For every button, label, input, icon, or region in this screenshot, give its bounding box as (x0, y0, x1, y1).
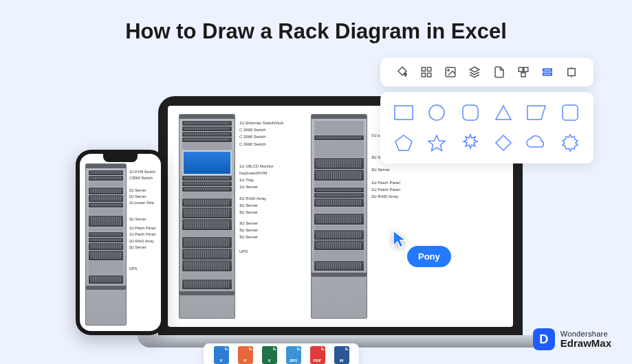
image-icon[interactable] (444, 66, 457, 78)
rack-label: 1U power Strip (129, 200, 155, 206)
shape-star[interactable] (424, 130, 449, 155)
rack-label: 1U Ethernet Switch/Hub (239, 120, 283, 126)
svg-rect-6 (519, 67, 523, 71)
layers-icon[interactable] (468, 66, 481, 78)
rack-label: 3U Server (239, 227, 283, 234)
rack-label: 3U Server (129, 244, 155, 251)
grid-icon[interactable] (420, 66, 433, 78)
rack-label: C 2960 Switch (239, 126, 283, 133)
rack-label: 1U KVM Switch (129, 169, 155, 175)
rack-label: 2U Server (129, 187, 155, 194)
format-visio[interactable]: V (214, 346, 229, 364)
rack-1 (179, 114, 235, 319)
export-formats: V P X JPG PDF W (204, 343, 359, 364)
format-pdf[interactable]: PDF (310, 346, 325, 364)
svg-rect-10 (543, 73, 552, 76)
rack-label: Keyboard/KVM (239, 170, 283, 177)
svg-rect-7 (524, 67, 528, 71)
shapes-icon[interactable] (541, 66, 554, 78)
rack-label: C 2960 Switch (239, 133, 283, 140)
brand-logo-icon: D (533, 328, 555, 350)
svg-rect-1 (427, 67, 431, 71)
rack-label: 1U Server (239, 183, 283, 190)
shape-callout[interactable] (524, 100, 549, 125)
rack-label: UPS (129, 266, 155, 272)
shape-cloud[interactable] (524, 130, 549, 155)
svg-point-5 (448, 69, 449, 71)
rack-label: 2U Server (129, 194, 155, 200)
rack-label: UPS (239, 248, 283, 255)
shape-triangle[interactable] (491, 100, 516, 125)
brand-top-text: Wondershare (560, 330, 611, 338)
rack-label: 3U Server (239, 234, 283, 240)
rack-label: 3U Server (371, 166, 400, 173)
rack-label: 1U Tray (239, 177, 283, 183)
format-excel[interactable]: X (262, 346, 277, 364)
cursor-icon (392, 229, 408, 251)
fill-icon[interactable] (396, 66, 408, 78)
svg-point-13 (429, 105, 444, 120)
brand-bottom-text: EdrawMax (560, 338, 611, 350)
page-icon[interactable] (493, 66, 505, 78)
rack-label: 3U Server (239, 209, 283, 216)
brand: D Wondershare EdrawMax (533, 328, 611, 350)
toolbar (380, 58, 593, 87)
phone-frame: 1U KVM Switch C3560 Switch 2U Server 2U … (76, 150, 165, 335)
format-word[interactable]: W (334, 346, 349, 364)
frame-icon[interactable] (565, 66, 578, 78)
phone-screen: 1U KVM Switch C3560 Switch 2U Server 2U … (80, 154, 161, 331)
shapes-panel (380, 92, 593, 163)
shape-pentagon[interactable] (391, 130, 416, 155)
shape-gear[interactable] (558, 130, 582, 155)
rack-column-left: 1U Ethernet Switch/Hub C 2960 Switch C 2… (179, 114, 283, 319)
svg-rect-3 (427, 73, 431, 77)
rack-label: C3560 Switch (129, 175, 155, 181)
format-powerpoint[interactable]: P (238, 346, 253, 364)
rack-label: 1U Patch Panel (129, 225, 155, 231)
rack-label: 2U RAID Array (129, 238, 155, 244)
rack-label: 1U Patch Panel (129, 231, 155, 238)
rack-label: C 2960 Switch (239, 141, 283, 148)
rack-label: 2U RAID Array (371, 193, 400, 200)
shape-square[interactable] (558, 100, 582, 125)
rack-label: 3U Server (239, 202, 283, 209)
shape-rect[interactable] (391, 100, 416, 125)
shape-circle[interactable] (424, 100, 449, 125)
rack-1-labels: 1U Ethernet Switch/Hub C 2960 Switch C 2… (239, 114, 283, 319)
align-icon[interactable] (517, 66, 530, 78)
svg-rect-11 (568, 69, 576, 76)
cursor-label-pill: Pony (407, 246, 451, 267)
svg-rect-2 (422, 73, 425, 77)
svg-rect-12 (395, 106, 413, 120)
rack-label: 2U RAID Array (239, 195, 283, 202)
rack-label: 3U Server (239, 220, 283, 227)
svg-rect-0 (422, 67, 425, 71)
format-jpg[interactable]: JPG (286, 346, 301, 364)
rack-label: 1U 18LCD Monitor (239, 163, 283, 170)
shape-burst[interactable] (458, 130, 483, 155)
shape-roundrect[interactable] (458, 100, 483, 125)
page-title: How to Draw a Rack Diagram in Excel (0, 0, 632, 44)
shape-diamond[interactable] (491, 130, 516, 155)
svg-rect-15 (563, 105, 578, 120)
svg-rect-14 (463, 105, 478, 120)
svg-rect-8 (521, 73, 525, 77)
rack-label: 3U Server (129, 216, 155, 223)
rack-label: 1U Patch Panel (371, 179, 400, 186)
phone-rack (85, 163, 127, 326)
svg-rect-9 (543, 69, 552, 71)
rack-label: 1U Patch Panel (371, 186, 400, 193)
rack-2 (311, 114, 367, 319)
phone-labels: 1U KVM Switch C3560 Switch 2U Server 2U … (129, 163, 155, 326)
